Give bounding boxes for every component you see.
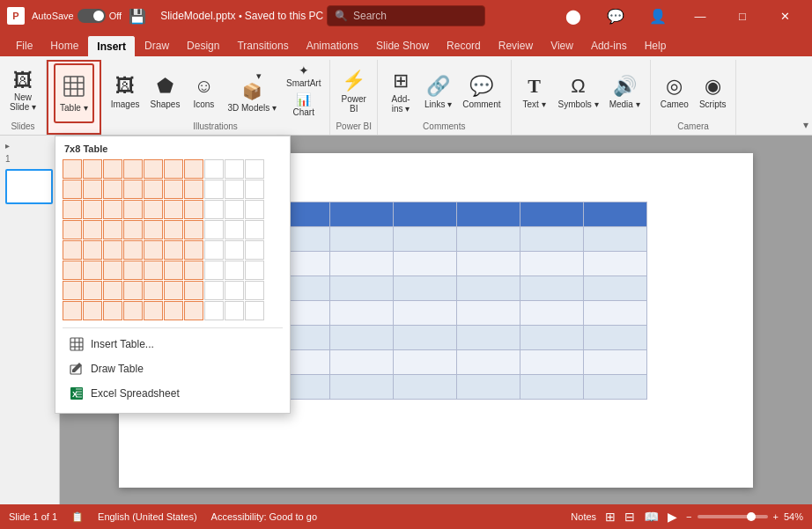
table-grid-cell[interactable] — [225, 261, 244, 280]
tab-design[interactable]: Design — [178, 35, 228, 56]
record-btn[interactable]: ⬤ — [553, 2, 594, 30]
zoom-slider[interactable] — [698, 515, 768, 518]
table-grid-cell[interactable] — [83, 261, 102, 280]
table-grid-cell[interactable] — [245, 180, 264, 199]
table-grid-cell[interactable] — [245, 240, 264, 260]
table-grid-cell[interactable] — [103, 220, 122, 239]
table-grid-cell[interactable] — [144, 240, 163, 260]
table-grid-cell[interactable] — [63, 240, 82, 260]
table-grid-cell[interactable] — [164, 159, 183, 179]
zoom-control[interactable]: − + 54% — [686, 511, 803, 522]
table-grid-cell[interactable] — [83, 200, 102, 219]
table-grid-cell[interactable] — [245, 281, 264, 300]
table-grid-cell[interactable] — [83, 220, 102, 239]
tab-record[interactable]: Record — [438, 35, 490, 56]
table-grid-cell[interactable] — [144, 220, 163, 239]
table-grid-cell[interactable] — [164, 200, 183, 219]
cameo-btn[interactable]: ◎ Cameo — [656, 62, 693, 121]
table-grid-cell[interactable] — [225, 220, 244, 239]
table-grid-cell[interactable] — [225, 301, 244, 320]
new-slide-btn[interactable]: 🖼 NewSlide ▾ — [5, 62, 41, 121]
table-grid-cell[interactable] — [83, 180, 102, 199]
addins-btn[interactable]: ⊞ Add-ins ▾ — [383, 62, 418, 121]
minimize-btn[interactable]: — — [680, 2, 720, 30]
table-grid-cell[interactable] — [164, 240, 183, 260]
tab-draw[interactable]: Draw — [136, 35, 178, 56]
table-grid-cell[interactable] — [103, 180, 122, 199]
table-grid-cell[interactable] — [103, 261, 122, 280]
table-grid-cell[interactable] — [144, 200, 163, 219]
table-grid-cell[interactable] — [63, 180, 82, 199]
table-grid-cell[interactable] — [184, 180, 203, 199]
save-icon[interactable]: 💾 — [129, 8, 146, 25]
table-grid-cell[interactable] — [144, 281, 163, 300]
insert-table-item[interactable]: Insert Table... — [63, 332, 283, 356]
3d-models-btn[interactable]: ▾ 📦 3D Models ▾ — [223, 62, 281, 121]
view-normal-icon[interactable]: ⊞ — [605, 510, 616, 524]
table-grid-cell[interactable] — [164, 220, 183, 239]
view-reading-icon[interactable]: 📖 — [644, 510, 659, 524]
table-grid-cell[interactable] — [245, 261, 264, 280]
draw-table-item[interactable]: Draw Table — [63, 356, 283, 381]
table-grid-cell[interactable] — [63, 301, 82, 320]
view-slideshow-icon[interactable]: ▶ — [668, 510, 677, 524]
excel-spreadsheet-item[interactable]: X Excel Spreadsheet — [63, 381, 283, 406]
tab-help[interactable]: Help — [636, 35, 675, 56]
table-grid-cell[interactable] — [63, 281, 82, 300]
table-grid-cell[interactable] — [144, 180, 163, 199]
table-grid-cell[interactable] — [184, 281, 203, 300]
table-grid-cell[interactable] — [245, 220, 264, 239]
tab-transitions[interactable]: Transitions — [228, 35, 297, 56]
table-grid-cell[interactable] — [164, 301, 183, 320]
ribbon-expand[interactable]: ▾ — [800, 60, 812, 135]
maximize-btn[interactable]: □ — [722, 2, 763, 30]
collapse-panel[interactable]: ▸ — [5, 141, 54, 151]
tab-view[interactable]: View — [542, 35, 582, 56]
table-grid-cell[interactable] — [83, 281, 102, 300]
table-grid-cell[interactable] — [103, 301, 122, 320]
table-grid-cell[interactable] — [184, 220, 203, 239]
table-grid-cell[interactable] — [245, 301, 264, 320]
table-grid-cell[interactable] — [123, 159, 143, 179]
table-grid-cell[interactable] — [164, 261, 183, 280]
smartart-btn[interactable]: ✦ SmartArt — [283, 62, 324, 90]
images-btn[interactable]: 🖼 Images — [107, 62, 144, 121]
table-grid-cell[interactable] — [204, 180, 224, 199]
table-grid-cell[interactable] — [245, 200, 264, 219]
links-btn[interactable]: 🔗 Links ▾ — [420, 62, 456, 121]
table-grid-cell[interactable] — [144, 301, 163, 320]
close-btn[interactable]: ✕ — [764, 2, 805, 30]
table-grid-cell[interactable] — [184, 301, 203, 320]
table-grid-cell[interactable] — [184, 200, 203, 219]
table-grid-cell[interactable] — [225, 159, 244, 179]
tab-home[interactable]: Home — [41, 35, 87, 56]
table-grid-cell[interactable] — [83, 240, 102, 260]
view-slide-sorter-icon[interactable]: ⊟ — [624, 510, 635, 524]
table-grid-cell[interactable] — [63, 159, 82, 179]
table-grid-cell[interactable] — [225, 240, 244, 260]
table-grid-cell[interactable] — [83, 301, 102, 320]
table-grid-cell[interactable] — [164, 180, 183, 199]
table-grid-cell[interactable] — [83, 159, 102, 179]
table-grid-cell[interactable] — [123, 281, 143, 300]
zoom-out-btn[interactable]: − — [686, 511, 691, 522]
comment-btn[interactable]: 💬 Comment — [458, 62, 505, 121]
profile-icon[interactable]: 👤 — [638, 2, 678, 30]
text-btn[interactable]: T Text ▾ — [517, 62, 552, 121]
zoom-in-btn[interactable]: + — [773, 511, 779, 522]
table-grid-cell[interactable] — [123, 180, 143, 199]
table-grid-cell[interactable] — [204, 159, 224, 179]
symbols-btn[interactable]: Ω Symbols ▾ — [554, 62, 603, 121]
table-grid-cell[interactable] — [225, 180, 244, 199]
table-grid-cell[interactable] — [123, 200, 143, 219]
icons-btn[interactable]: ☺ Icons — [186, 62, 221, 121]
table-grid-cell[interactable] — [123, 220, 143, 239]
table-picker-grid[interactable] — [63, 159, 283, 320]
slide-thumbnail-1[interactable] — [5, 169, 53, 204]
table-grid-cell[interactable] — [204, 261, 224, 280]
table-grid-cell[interactable] — [245, 159, 264, 179]
table-grid-cell[interactable] — [204, 220, 224, 239]
search-input[interactable] — [353, 10, 477, 22]
table-grid-cell[interactable] — [63, 220, 82, 239]
table-grid-cell[interactable] — [144, 159, 163, 179]
